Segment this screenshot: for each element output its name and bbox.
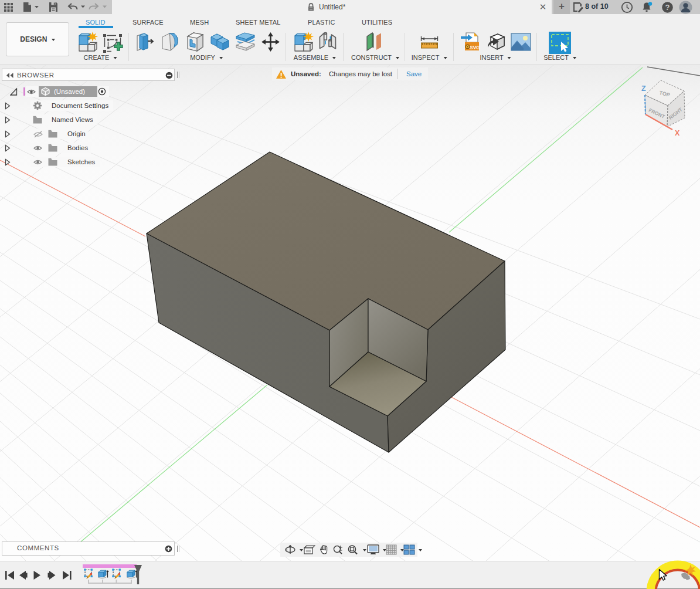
svg-text:SVG: SVG [470,45,480,50]
svg-text:?: ? [665,3,670,12]
svg-text:Z: Z [641,84,646,93]
svg-text:X: X [675,129,680,137]
